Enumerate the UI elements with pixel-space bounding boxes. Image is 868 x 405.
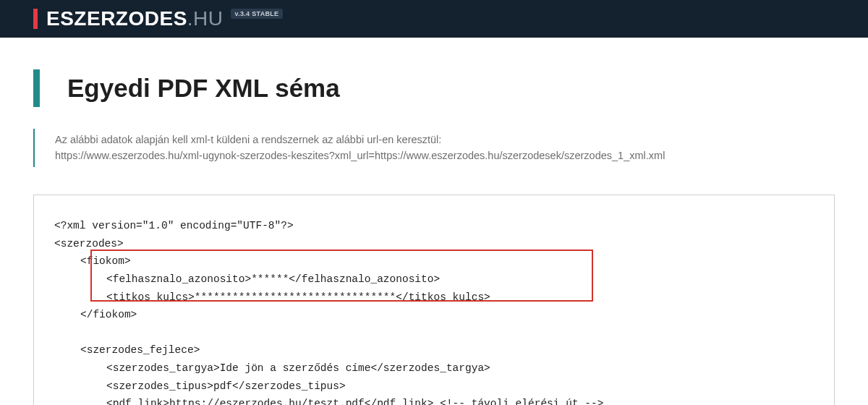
code-line: <szerzodes_fejlece>	[54, 341, 814, 359]
page-title-wrap: Egyedi PDF XML séma	[33, 69, 835, 107]
subtitle-line-1: Az alábbi adatok alapján kell xml-t küld…	[55, 132, 835, 148]
page-subtitle-wrap: Az alábbi adatok alapján kell xml-t küld…	[33, 129, 835, 167]
code-line: </fiokom>	[54, 306, 814, 324]
code-line: <szerzodes_targya>Ide jön a szerződés cí…	[54, 359, 814, 378]
version-badge: v.3.4 STABLE	[231, 9, 284, 19]
app-header: ESZERZODES .HU v.3.4 STABLE	[0, 0, 868, 38]
code-line: <felhasznalo_azonosito>******</felhaszna…	[54, 270, 814, 289]
code-line: <fiokom>	[54, 252, 814, 270]
code-line: <pdf_link>https://eszerzodes.hu/teszt.pd…	[54, 395, 814, 405]
logo-accent-bar	[33, 9, 38, 29]
code-line: <?xml version="1.0" encoding="UTF-8"?>	[54, 217, 814, 235]
page-title: Egyedi PDF XML séma	[67, 74, 835, 103]
brand-logo[interactable]: ESZERZODES .HU v.3.4 STABLE	[33, 7, 283, 30]
subtitle-line-2: https://www.eszerzodes.hu/xml-ugynok-sze…	[55, 148, 835, 163]
logo-text-wrap: ESZERZODES .HU	[46, 7, 224, 30]
logo-main-text: ESZERZODES	[46, 7, 187, 30]
page-content: Egyedi PDF XML séma Az alábbi adatok ala…	[0, 38, 868, 405]
xml-code-block: <?xml version="1.0" encoding="UTF-8"?><s…	[33, 195, 835, 405]
code-line: <titkos_kulcs>**************************…	[54, 289, 814, 307]
code-line: <szerzodes>	[54, 235, 814, 253]
code-line: <szerzodes_tipus>pdf</szerzodes_tipus>	[54, 378, 814, 396]
code-line-blank	[54, 324, 814, 342]
logo-tld-text: .HU	[187, 7, 224, 30]
